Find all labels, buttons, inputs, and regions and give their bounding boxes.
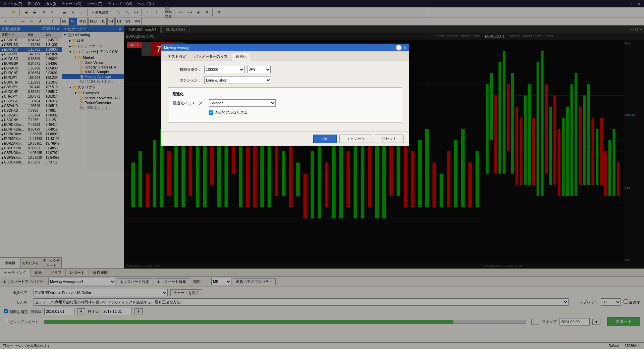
- opt-param-label: 最適化パラメータ：: [172, 101, 206, 106]
- genetic-algo-checkbox[interactable]: [209, 110, 213, 115]
- genetic-algo-text: 遺伝的アルゴリズム: [214, 110, 248, 115]
- modal-help-button[interactable]: ?: [396, 45, 402, 51]
- modal-overlay: Moving Average ? ✕ テスト設定 パラメーターの入力 最適化 初…: [0, 0, 644, 349]
- modal-close-button[interactable]: ✕: [403, 46, 406, 50]
- modal-tabs: テスト設定 パラメーターの入力 最適化: [161, 51, 409, 60]
- deposit-label: 初期証拠金：: [168, 67, 202, 72]
- position-select[interactable]: Long & Short Long Short: [204, 77, 271, 84]
- opt-param-row: 最適化パラメータ： Balance Profit Factor Expected…: [172, 99, 398, 107]
- modal-title: Moving Average: [164, 46, 191, 50]
- optimization-section: 最適化 最適化パラメータ： Balance Profit Factor Expe…: [168, 87, 402, 123]
- position-label: ポジション：: [168, 78, 202, 83]
- deposit-row: 初期証拠金： 100000 JPY: [168, 66, 402, 73]
- genetic-row: 遺伝的アルゴリズム: [172, 110, 398, 115]
- modal-tab-params[interactable]: パラメーターの入力: [191, 53, 231, 60]
- currency-select[interactable]: JPY: [247, 66, 271, 73]
- modal-controls: ? ✕: [396, 45, 406, 51]
- reset-button[interactable]: リセット: [375, 135, 404, 143]
- optimization-title: 最適化: [172, 92, 398, 97]
- modal-tab-test[interactable]: テスト設定: [164, 53, 190, 60]
- genetic-algo-label: 遺伝的アルゴリズム: [209, 110, 248, 115]
- cancel-button[interactable]: キャンセル: [339, 135, 372, 143]
- app-window: ファイル(F) 表示(V) 挿入(I) チャート(C) ツール(T) ウィンドウ…: [0, 0, 644, 349]
- modal-tab-optimize[interactable]: 最適化: [232, 53, 250, 60]
- position-row: ポジション： Long & Short Long Short: [168, 77, 402, 84]
- moving-average-dialog: Moving Average ? ✕ テスト設定 パラメーターの入力 最適化 初…: [161, 44, 409, 146]
- ok-button[interactable]: OK: [313, 135, 337, 143]
- modal-title-bar: Moving Average ? ✕: [161, 44, 409, 51]
- deposit-amount-select[interactable]: 100000: [204, 66, 245, 73]
- modal-content: 初期証拠金： 100000 JPY ポジション： Long & Short Lo…: [161, 60, 409, 132]
- opt-param-select[interactable]: Balance Profit Factor Expected Payoff Dr…: [209, 99, 276, 107]
- modal-footer: OK キャンセル リセット: [161, 132, 409, 146]
